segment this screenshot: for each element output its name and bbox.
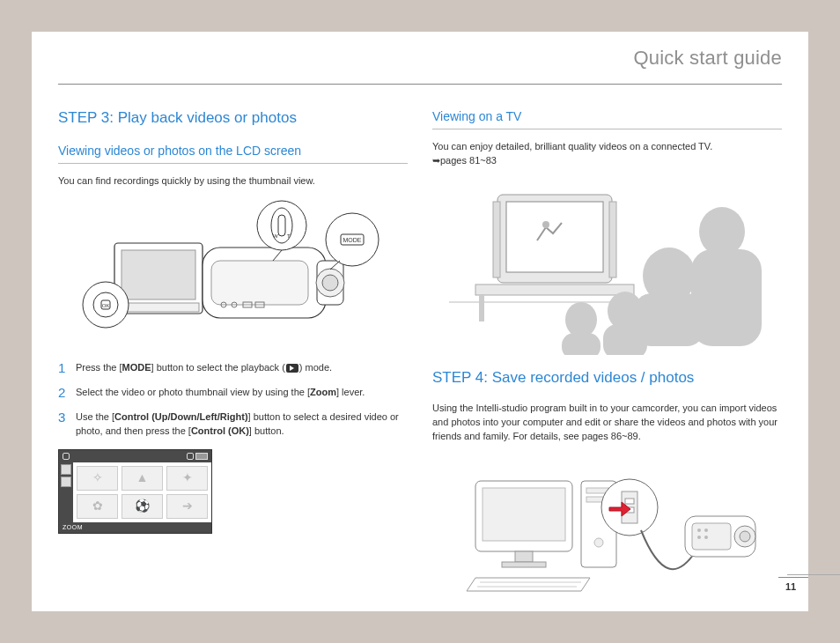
svg-rect-43 [483, 488, 565, 541]
step4-heading: STEP 4: Save recorded videos / photos [432, 367, 782, 389]
tv-text: You can enjoy detailed, brilliant qualit… [432, 140, 782, 168]
svg-point-61 [704, 528, 708, 532]
step-number: 1 [58, 361, 69, 375]
thumbnail-screen-illustration: ✧ ▲ ✦ ✿ ⚽ ➔ ZOOM [58, 449, 212, 534]
page-header: Quick start guide [58, 32, 782, 85]
svg-text:MODE: MODE [343, 237, 361, 243]
thumbnail-footer: ZOOM [59, 522, 211, 533]
ok-label: OK [101, 303, 109, 308]
camera-icon [63, 453, 70, 460]
thumbnail-side-tabs [59, 462, 73, 522]
svg-rect-39 [603, 324, 647, 355]
svg-point-10 [322, 275, 338, 291]
step3-heading: STEP 3: Play back videos or photos [58, 107, 408, 129]
svg-rect-2 [118, 303, 199, 312]
right-column: Viewing on a TV You can enjoy detailed, … [432, 107, 782, 608]
svg-point-63 [704, 536, 708, 539]
step-row-3: 3 Use the [Control (Up/Down/Left/Right)]… [58, 410, 408, 439]
step-text: Use the [Control (Up/Down/Left/Right)] b… [76, 410, 408, 439]
svg-rect-27 [479, 295, 484, 322]
svg-rect-33 [609, 202, 616, 277]
svg-text:W: W [273, 233, 278, 239]
document-page: Quick start guide STEP 3: Play back vide… [32, 32, 808, 611]
page-reference: ➥pages 81~83 [432, 155, 497, 166]
svg-point-62 [697, 536, 701, 539]
thumbnail-cell: ✧ [77, 466, 118, 491]
svg-point-51 [594, 538, 603, 547]
svg-rect-37 [691, 249, 762, 346]
svg-rect-26 [475, 285, 634, 295]
svg-rect-13 [278, 215, 285, 236]
thumbnail-top-bar [59, 450, 211, 462]
svg-point-60 [697, 528, 701, 532]
svg-rect-41 [562, 333, 601, 355]
svg-text:T: T [287, 233, 291, 239]
svg-rect-45 [502, 562, 546, 567]
thumbnail-cell: ▲ [122, 466, 163, 491]
camcorder-illustration: OK W T MODE [58, 199, 408, 349]
content-columns: STEP 3: Play back videos or photos Viewi… [32, 85, 808, 617]
thumbnail-grid: ✧ ▲ ✦ ✿ ⚽ ➔ [73, 462, 211, 522]
left-column: STEP 3: Play back videos or photos Viewi… [58, 107, 408, 608]
svg-rect-1 [122, 250, 195, 299]
svg-rect-44 [515, 551, 533, 562]
computer-transfer-illustration [432, 455, 782, 595]
tv-subheading: Viewing on a TV [432, 107, 782, 129]
lcd-subheading: Viewing videos or photos on the LCD scre… [58, 142, 408, 164]
step-row-2: 2 Select the video or photo thumbnail vi… [58, 386, 408, 400]
thumbnail-cell: ✿ [77, 494, 118, 519]
svg-rect-32 [493, 202, 500, 277]
playback-icon [286, 364, 298, 373]
step4-text: Using the Intelli-studio program built i… [432, 402, 782, 444]
svg-rect-7 [211, 261, 308, 305]
step-text: Select the video or photo thumbnail view… [76, 386, 408, 400]
svg-point-31 [542, 221, 549, 228]
page-number-rule [787, 574, 840, 575]
card-icon [187, 453, 194, 460]
step-number: 3 [58, 410, 69, 439]
lcd-intro-text: You can find recordings quickly by using… [58, 174, 408, 188]
step-row-1: 1 Press the [MODE] button to select the … [58, 361, 408, 375]
step-number: 2 [58, 386, 69, 400]
svg-point-59 [740, 531, 750, 542]
svg-point-36 [699, 207, 745, 256]
battery-icon [195, 453, 208, 460]
step-text: Press the [MODE] button to select the pl… [76, 361, 408, 375]
tv-illustration [432, 179, 782, 355]
page-title: Quick start guide [634, 47, 782, 70]
svg-rect-54 [625, 499, 634, 504]
thumbnail-cell: ⚽ [122, 494, 163, 519]
svg-rect-30 [506, 202, 603, 272]
page-number: 11 [778, 577, 808, 592]
svg-point-40 [565, 302, 597, 337]
thumbnail-cell: ➔ [166, 494, 208, 519]
thumbnail-cell: ✦ [166, 466, 208, 491]
